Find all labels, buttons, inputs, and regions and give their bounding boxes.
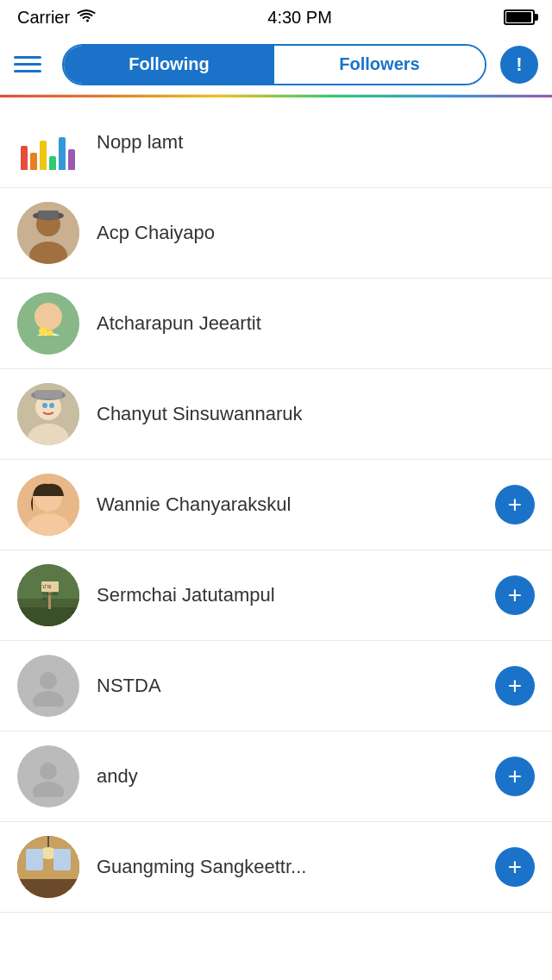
wifi-icon xyxy=(77,8,96,28)
avatar xyxy=(17,383,79,445)
list-item: ปาย 3 พน.คท 47 Sermchai Jatutampul + xyxy=(0,550,552,641)
plus-icon: + xyxy=(508,764,522,788)
svg-point-31 xyxy=(40,763,57,780)
bar-4 xyxy=(49,156,56,170)
bar-6 xyxy=(68,149,75,170)
battery-icon xyxy=(504,9,535,25)
follow-button[interactable]: + xyxy=(495,666,535,706)
avatar xyxy=(17,474,79,536)
list-item: andy + xyxy=(0,732,552,822)
tab-followers[interactable]: Followers xyxy=(274,46,485,84)
list-item: NSTDA + xyxy=(0,641,552,732)
svg-rect-39 xyxy=(53,849,71,870)
user-name: Guangming Sangkeettr... xyxy=(97,856,495,878)
svg-point-6 xyxy=(34,303,62,330)
bar-1 xyxy=(21,146,28,170)
user-name: NSTDA xyxy=(97,675,495,697)
bar-3 xyxy=(40,141,47,170)
follow-button[interactable]: + xyxy=(495,847,535,887)
svg-point-17 xyxy=(49,403,54,408)
follow-button[interactable]: + xyxy=(495,485,535,525)
follow-button[interactable]: + xyxy=(495,575,535,615)
avatar-placeholder xyxy=(17,745,79,807)
svg-text:47: 47 xyxy=(42,596,48,601)
user-name: Nopp lamt xyxy=(97,131,535,154)
svg-rect-23 xyxy=(17,607,79,626)
time-display: 4:30 PM xyxy=(267,8,331,28)
battery-container xyxy=(504,9,535,25)
svg-point-29 xyxy=(40,672,57,689)
avatar xyxy=(17,202,79,264)
list-item: Nopp lamt xyxy=(0,97,552,188)
list-item: Guangming Sangkeettr... + xyxy=(0,822,552,913)
svg-point-30 xyxy=(33,691,64,707)
avatar xyxy=(17,292,79,355)
svg-rect-4 xyxy=(38,210,59,219)
list-item: Atcharapun Jeeartit xyxy=(0,279,552,369)
user-name: Wannie Chanyarakskul xyxy=(97,493,495,516)
list-item: Chanyut Sinsuwannaruk xyxy=(0,369,552,460)
svg-point-16 xyxy=(42,403,47,408)
hamburger-line-3 xyxy=(14,70,41,72)
user-name: Acp Chaiyapo xyxy=(97,222,535,244)
svg-point-8 xyxy=(39,327,47,336)
list-item: Acp Chaiyapo xyxy=(0,188,552,279)
svg-rect-38 xyxy=(26,849,43,870)
svg-rect-10 xyxy=(17,336,79,355)
plus-icon: + xyxy=(508,583,522,607)
hamburger-line-1 xyxy=(14,56,41,59)
user-name: Sermchai Jatutampul xyxy=(97,584,495,606)
carrier-text: Carrier xyxy=(17,8,70,28)
bar-5 xyxy=(59,137,66,170)
carrier-info: Carrier xyxy=(17,8,96,28)
avatar: ปาย 3 พน.คท 47 xyxy=(17,564,79,626)
header: Following Followers ! xyxy=(0,35,552,95)
follow-button[interactable]: + xyxy=(495,757,535,796)
tab-following[interactable]: Following xyxy=(64,46,274,84)
user-name: Atcharapun Jeeartit xyxy=(97,312,535,335)
svg-rect-35 xyxy=(17,879,79,898)
svg-rect-15 xyxy=(34,390,62,399)
avatar-bars xyxy=(17,111,79,173)
plus-icon: + xyxy=(508,674,522,698)
svg-text:ปาย: ปาย xyxy=(42,584,52,589)
list-item: Wannie Chanyarakskul + xyxy=(0,460,552,550)
plus-icon: + xyxy=(508,855,522,879)
alert-button[interactable]: ! xyxy=(500,46,538,84)
avatar xyxy=(17,836,79,898)
svg-point-32 xyxy=(33,782,64,797)
status-bar: Carrier 4:30 PM xyxy=(0,0,552,35)
user-list: Nopp lamt Acp Chaiyapo xyxy=(0,97,552,913)
user-name: andy xyxy=(97,765,495,788)
hamburger-line-2 xyxy=(14,63,41,66)
plus-icon: + xyxy=(508,493,522,517)
alert-icon: ! xyxy=(516,53,522,76)
bar-2 xyxy=(30,153,37,170)
user-name: Chanyut Sinsuwannaruk xyxy=(97,403,535,425)
tab-toggle: Following Followers xyxy=(62,44,486,85)
avatar-placeholder xyxy=(17,655,79,717)
hamburger-button[interactable] xyxy=(14,47,48,82)
